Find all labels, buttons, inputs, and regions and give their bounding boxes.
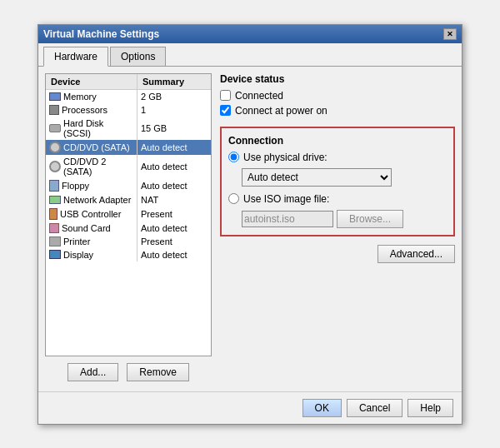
floppy-icon xyxy=(49,180,59,192)
connected-checkbox[interactable] xyxy=(220,90,231,101)
iso-row-radio: Use ISO image file: xyxy=(228,193,447,205)
cddvd-icon xyxy=(49,142,61,153)
device-name: CD/DVD (SATA) xyxy=(63,142,130,152)
left-panel: Device Summary Memory 2 GB Processors 1 … xyxy=(45,73,212,385)
device-name: USB Controller xyxy=(60,209,121,219)
device-name: Display xyxy=(63,250,93,260)
advanced-button[interactable]: Advanced... xyxy=(378,245,455,263)
iso-radio[interactable] xyxy=(228,193,239,204)
device-status-title: Device status xyxy=(220,73,455,85)
physical-drive-row: Use physical drive: xyxy=(228,152,447,163)
device-buttons: Add... Remove xyxy=(45,356,212,385)
device-summary: Auto detect xyxy=(138,141,211,154)
processor-icon xyxy=(49,105,59,115)
help-button[interactable]: Help xyxy=(408,399,453,417)
device-name: Memory xyxy=(63,92,97,102)
device-name: Network Adapter xyxy=(63,195,131,205)
iso-label: Use ISO image file: xyxy=(243,193,329,205)
footer: OK Cancel Help xyxy=(38,391,462,424)
device-status-section: Device status Connected Connect at power… xyxy=(220,73,455,117)
device-summary: Auto detect xyxy=(138,160,211,173)
advanced-row: Advanced... xyxy=(220,245,455,263)
device-summary: Auto detect xyxy=(138,222,211,235)
connection-section: Connection Use physical drive: Auto dete… xyxy=(220,127,455,236)
iso-input[interactable] xyxy=(242,211,333,227)
add-button[interactable]: Add... xyxy=(68,363,118,381)
main-content: Device Summary Memory 2 GB Processors 1 … xyxy=(38,67,462,391)
iso-file-row: Browse... xyxy=(242,210,447,228)
table-row[interactable]: Processors 1 xyxy=(46,103,211,117)
device-name: Processors xyxy=(62,105,108,115)
drive-dropdown[interactable]: Auto detect xyxy=(242,168,392,187)
cddvd2-icon xyxy=(49,161,61,172)
harddisk-icon xyxy=(49,124,61,132)
browse-button[interactable]: Browse... xyxy=(337,210,403,228)
drive-dropdown-row: Auto detect xyxy=(242,168,447,187)
power-on-row: Connect at power on xyxy=(220,105,455,117)
table-row[interactable]: CD/DVD 2 (SATA) Auto detect xyxy=(46,155,211,178)
device-summary: 15 GB xyxy=(138,122,211,135)
table-row[interactable]: Hard Disk (SCSI) 15 GB xyxy=(46,117,211,140)
device-summary: 2 GB xyxy=(138,90,211,103)
table-row[interactable]: Memory 2 GB xyxy=(46,90,211,103)
table-row[interactable]: Display Auto detect xyxy=(46,248,211,261)
device-table: Device Summary Memory 2 GB Processors 1 … xyxy=(45,73,212,356)
header-summary: Summary xyxy=(138,74,211,89)
tab-bar: Hardware Options xyxy=(38,43,462,67)
physical-drive-radio[interactable] xyxy=(228,152,239,162)
usb-icon xyxy=(49,208,58,220)
cancel-button[interactable]: Cancel xyxy=(347,399,402,417)
table-row-selected[interactable]: CD/DVD (SATA) Auto detect xyxy=(46,140,211,155)
close-button[interactable]: ✕ xyxy=(443,28,457,40)
header-device: Device xyxy=(46,74,138,89)
connection-title: Connection xyxy=(228,135,447,147)
device-summary: 1 xyxy=(138,103,211,117)
table-header: Device Summary xyxy=(46,74,211,90)
device-name: Hard Disk (SCSI) xyxy=(63,118,133,138)
right-panel: Device status Connected Connect at power… xyxy=(220,73,455,385)
remove-button[interactable]: Remove xyxy=(127,363,189,381)
device-summary: Present xyxy=(138,235,211,248)
device-name: CD/DVD 2 (SATA) xyxy=(63,157,133,177)
device-name: Sound Card xyxy=(62,223,111,233)
power-on-checkbox[interactable] xyxy=(220,105,231,116)
sound-icon xyxy=(49,223,59,233)
device-summary: Auto detect xyxy=(138,248,211,261)
table-row[interactable]: Floppy Auto detect xyxy=(46,178,211,193)
memory-icon xyxy=(49,92,61,101)
device-name: Printer xyxy=(63,236,90,246)
connected-label: Connected xyxy=(235,90,283,102)
title-bar: Virtual Machine Settings ✕ xyxy=(38,25,462,43)
printer-icon xyxy=(49,236,61,246)
power-on-label: Connect at power on xyxy=(235,105,328,117)
table-row[interactable]: Network Adapter NAT xyxy=(46,193,211,207)
tab-hardware[interactable]: Hardware xyxy=(43,47,108,67)
table-row[interactable]: USB Controller Present xyxy=(46,207,211,222)
title-bar-buttons: ✕ xyxy=(443,28,457,40)
window-title: Virtual Machine Settings xyxy=(43,28,159,40)
virtual-machine-settings-window: Virtual Machine Settings ✕ Hardware Opti… xyxy=(38,24,462,425)
table-row[interactable]: Sound Card Auto detect xyxy=(46,222,211,235)
physical-drive-label: Use physical drive: xyxy=(243,152,328,163)
ok-button[interactable]: OK xyxy=(302,399,342,417)
tab-options[interactable]: Options xyxy=(110,47,166,66)
connected-row: Connected xyxy=(220,90,455,102)
device-summary: NAT xyxy=(138,193,211,207)
display-icon xyxy=(49,250,61,259)
device-summary: Auto detect xyxy=(138,179,211,192)
device-name: Floppy xyxy=(62,181,89,191)
device-summary: Present xyxy=(138,207,211,221)
network-icon xyxy=(49,196,61,204)
table-row[interactable]: Printer Present xyxy=(46,235,211,248)
